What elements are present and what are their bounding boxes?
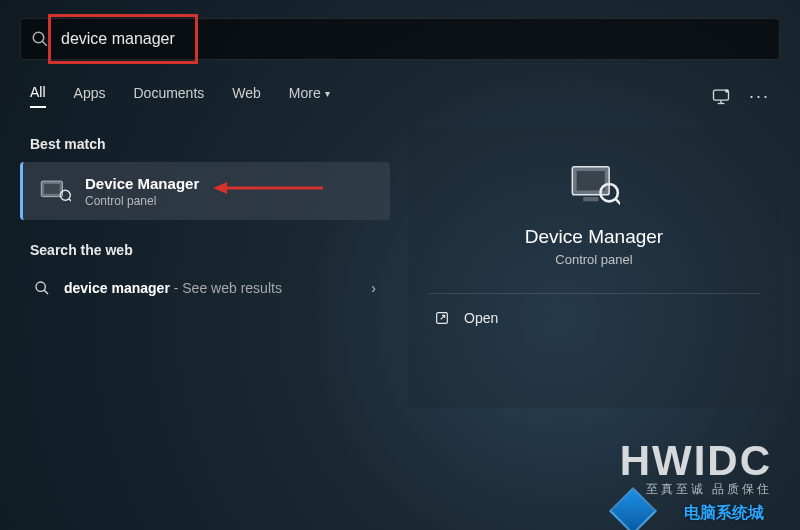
tab-apps[interactable]: Apps [74, 85, 106, 107]
preview-title: Device Manager [428, 226, 760, 248]
more-options-icon[interactable]: ··· [749, 86, 770, 107]
svg-point-0 [33, 32, 44, 43]
watermark-logo [609, 487, 657, 530]
feedback-icon[interactable] [711, 86, 731, 106]
web-query-label: device manager [64, 280, 170, 296]
watermark-sub: 至真至诚 品质保住 [620, 481, 772, 498]
watermark-main: HWIDC [620, 437, 772, 485]
svg-line-16 [616, 199, 620, 206]
best-match-result[interactable]: Device Manager Control panel [20, 162, 390, 220]
best-match-subtitle: Control panel [85, 194, 199, 208]
search-input[interactable] [61, 19, 769, 59]
device-manager-icon [568, 158, 620, 210]
device-manager-icon [37, 174, 71, 208]
search-icon [31, 30, 49, 48]
chevron-down-icon: ▾ [325, 88, 330, 99]
best-match-heading: Best match [20, 128, 390, 162]
filter-tabs: All Apps Documents Web More ▾ ··· [0, 60, 800, 108]
search-icon [34, 280, 50, 296]
tab-more[interactable]: More ▾ [289, 85, 330, 107]
watermark: HWIDC 至真至诚 品质保住 [620, 437, 772, 498]
svg-point-10 [36, 282, 45, 291]
svg-marker-9 [213, 182, 227, 194]
result-preview-panel: Device Manager Control panel Open [408, 128, 780, 408]
tab-more-label: More [289, 85, 321, 101]
svg-line-11 [44, 290, 48, 294]
open-label: Open [464, 310, 498, 326]
best-match-title: Device Manager [85, 175, 199, 192]
svg-line-1 [42, 41, 47, 46]
watermark-secondary: 电脑系统城 [684, 503, 764, 524]
tab-all[interactable]: All [30, 84, 46, 108]
open-action[interactable]: Open [428, 300, 760, 336]
open-icon [434, 310, 450, 326]
svg-rect-14 [583, 197, 598, 201]
search-web-heading: Search the web [20, 234, 390, 268]
divider [428, 293, 760, 294]
svg-point-3 [725, 89, 729, 93]
web-search-result[interactable]: device manager - See web results › [20, 268, 390, 308]
chevron-right-icon: › [371, 280, 376, 296]
svg-rect-5 [44, 184, 60, 194]
preview-subtitle: Control panel [428, 252, 760, 267]
tab-web[interactable]: Web [232, 85, 261, 107]
svg-line-7 [69, 199, 71, 203]
tab-documents[interactable]: Documents [133, 85, 204, 107]
search-box[interactable] [20, 18, 780, 60]
annotation-arrow [213, 178, 323, 198]
web-query-hint: - See web results [170, 280, 282, 296]
